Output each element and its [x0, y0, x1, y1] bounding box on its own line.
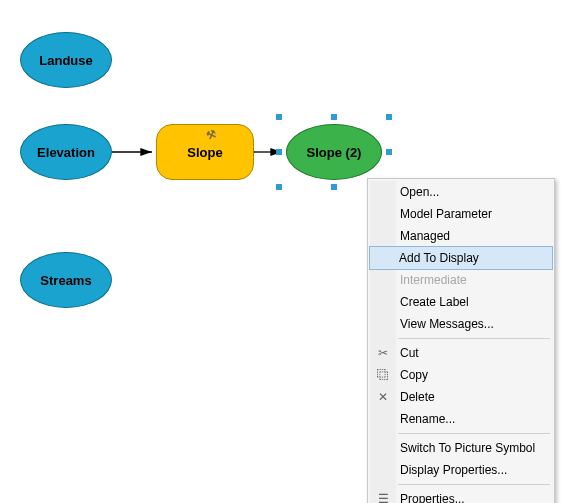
menu-item-rename[interactable]: Rename... — [370, 408, 552, 430]
node-label: Slope (2) — [307, 145, 362, 160]
selection-handle[interactable] — [386, 149, 392, 155]
node-label: Elevation — [37, 145, 95, 160]
cut-icon: ✂ — [375, 345, 391, 361]
context-menu: Open... Model Parameter Managed Add To D… — [367, 178, 555, 503]
menu-separator — [398, 433, 550, 434]
menu-item-label: Create Label — [400, 295, 469, 309]
menu-item-label: Intermediate — [400, 273, 467, 287]
menu-item-intermediate: Intermediate — [370, 269, 552, 291]
menu-item-model-parameter[interactable]: Model Parameter — [370, 203, 552, 225]
menu-item-display-properties[interactable]: Display Properties... — [370, 459, 552, 481]
menu-separator — [398, 484, 550, 485]
menu-item-label: Display Properties... — [400, 463, 507, 477]
menu-item-add-to-display[interactable]: Add To Display — [369, 246, 553, 270]
menu-item-label: Copy — [400, 368, 428, 382]
menu-item-label: View Messages... — [400, 317, 494, 331]
selection-handle[interactable] — [331, 184, 337, 190]
node-landuse[interactable]: Landuse — [20, 32, 112, 88]
node-label: Streams — [40, 273, 91, 288]
node-slope-tool[interactable]: ⚒ Slope — [156, 124, 254, 180]
selection-handle[interactable] — [276, 114, 282, 120]
menu-item-label: Delete — [400, 390, 435, 404]
menu-item-create-label[interactable]: Create Label — [370, 291, 552, 313]
menu-item-properties[interactable]: ☰ Properties... — [370, 488, 552, 503]
model-canvas[interactable]: Landuse Elevation Streams ⚒ Slope Slope … — [0, 0, 575, 503]
menu-item-cut[interactable]: ✂ Cut — [370, 342, 552, 364]
menu-item-switch-picture-symbol[interactable]: Switch To Picture Symbol — [370, 437, 552, 459]
selection-handle[interactable] — [276, 184, 282, 190]
menu-item-label: Properties... — [400, 492, 465, 503]
menu-item-label: Rename... — [400, 412, 455, 426]
node-streams[interactable]: Streams — [20, 252, 112, 308]
copy-icon: ⿻ — [375, 367, 391, 383]
menu-item-view-messages[interactable]: View Messages... — [370, 313, 552, 335]
properties-icon: ☰ — [375, 491, 391, 503]
menu-item-managed[interactable]: Managed — [370, 225, 552, 247]
node-slope-output[interactable]: Slope (2) — [286, 124, 382, 180]
menu-item-label: Switch To Picture Symbol — [400, 441, 535, 455]
menu-item-label: Add To Display — [399, 251, 479, 265]
tool-icon: ⚒ — [205, 128, 219, 144]
menu-item-label: Managed — [400, 229, 450, 243]
menu-item-label: Cut — [400, 346, 419, 360]
menu-item-delete[interactable]: ✕ Delete — [370, 386, 552, 408]
menu-item-label: Model Parameter — [400, 207, 492, 221]
node-label: Slope — [187, 145, 222, 160]
menu-item-label: Open... — [400, 185, 439, 199]
delete-icon: ✕ — [375, 389, 391, 405]
menu-item-open[interactable]: Open... — [370, 181, 552, 203]
selection-handle[interactable] — [331, 114, 337, 120]
menu-separator — [398, 338, 550, 339]
selection-handle[interactable] — [386, 114, 392, 120]
node-label: Landuse — [39, 53, 92, 68]
menu-item-copy[interactable]: ⿻ Copy — [370, 364, 552, 386]
node-elevation[interactable]: Elevation — [20, 124, 112, 180]
selection-handle[interactable] — [276, 149, 282, 155]
